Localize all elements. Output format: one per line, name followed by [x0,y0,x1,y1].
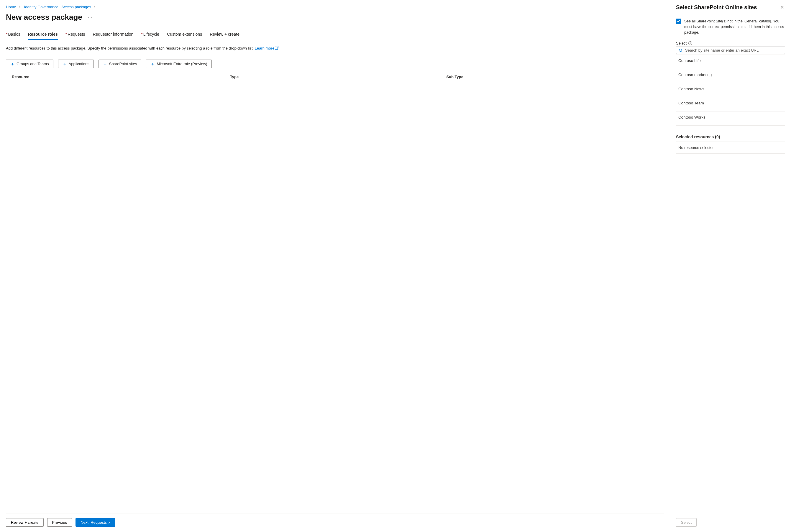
tab-review-create[interactable]: Review + create [210,32,240,40]
checkbox-label: See all SharePoint Site(s) not in the 'G… [684,19,785,35]
info-icon[interactable]: i [689,41,692,45]
learn-more-link[interactable]: Learn more [255,46,278,51]
list-item[interactable]: Contoso Works [676,112,785,126]
tab-requestor-info[interactable]: Requestor information [93,32,133,40]
list-item[interactable]: Contoso News [676,83,785,97]
plus-icon: ＋ [10,62,15,66]
resource-table-header: Resource Type Sub Type [6,72,664,82]
review-create-button[interactable]: Review + create [6,518,44,527]
add-entra-role-button[interactable]: ＋Microsoft Entra role (Preview) [146,60,211,68]
tab-requestor-info-label: Requestor information [93,32,133,37]
add-sharepoint-button[interactable]: ＋SharePoint sites [98,60,142,68]
no-resource-selected: No resource selected [676,141,785,154]
column-subtype: Sub Type [446,75,663,79]
more-actions-icon[interactable]: ··· [88,14,93,20]
chevron-right-icon: 〉 [94,5,97,9]
selected-resources-header: Selected resources (0) [676,134,785,139]
learn-more-label: Learn more [255,46,274,51]
description-text: Add different resources to this access p… [6,45,664,51]
description-body: Add different resources to this access p… [6,46,255,51]
panel-footer: Select [676,514,785,532]
add-applications-button[interactable]: ＋Applications [58,60,94,68]
tab-basics[interactable]: *Basics [6,32,20,40]
previous-button[interactable]: Previous [47,518,72,527]
select-button[interactable]: Select [676,518,697,527]
groups-label: Groups and Teams [17,62,49,66]
sp-label: SharePoint sites [109,62,137,66]
plus-icon: ＋ [103,62,107,66]
list-item[interactable]: Contoso marketing [676,69,785,83]
tab-basics-label: Basics [8,32,20,37]
wizard-footer: Review + create Previous Next: Requests … [6,513,664,532]
tab-resource-roles-label: Resource roles [28,32,58,37]
close-icon[interactable]: ✕ [779,4,785,11]
tab-lifecycle[interactable]: *Lifecycle [141,32,159,40]
entra-label: Microsoft Entra role (Preview) [157,62,207,66]
tab-custom-extensions[interactable]: Custom extensions [167,32,202,40]
breadcrumb-governance[interactable]: Identity Governance | Access packages [24,5,91,9]
tab-requests[interactable]: *Requests [65,32,85,40]
external-link-icon [275,46,278,50]
svg-point-0 [679,49,682,52]
svg-line-1 [682,51,683,52]
site-list: Contoso Life Contoso marketing Contoso N… [676,55,785,126]
tab-requests-label: Requests [68,32,85,37]
list-item[interactable]: Contoso Team [676,97,785,112]
chevron-right-icon: 〉 [19,5,22,9]
tab-review-create-label: Review + create [210,32,240,37]
breadcrumb-home[interactable]: Home [6,5,16,9]
search-input[interactable] [685,48,783,53]
column-resource: Resource [7,75,230,79]
tab-lifecycle-label: Lifecycle [143,32,159,37]
add-groups-teams-button[interactable]: ＋Groups and Teams [6,60,53,68]
list-item[interactable]: Contoso Life [676,55,785,69]
panel-title: Select SharePoint Online sites [676,4,757,11]
tab-resource-roles[interactable]: Resource roles [28,32,58,40]
plus-icon: ＋ [62,62,67,66]
next-button[interactable]: Next: Requests > [75,518,115,527]
search-box[interactable] [676,46,785,54]
plus-icon: ＋ [150,62,155,66]
see-all-sites-checkbox[interactable] [676,19,681,24]
apps-label: Applications [69,62,89,66]
select-sharepoint-panel: Select SharePoint Online sites ✕ See all… [670,0,791,532]
select-label: Select [676,41,686,45]
tab-custom-ext-label: Custom extensions [167,32,202,37]
search-icon [679,49,683,53]
tabs-row: *Basics Resource roles *Requests Request… [6,32,664,40]
page-title: New access package [6,13,82,22]
column-type: Type [230,75,447,79]
breadcrumb: Home 〉 Identity Governance | Access pack… [6,5,664,9]
